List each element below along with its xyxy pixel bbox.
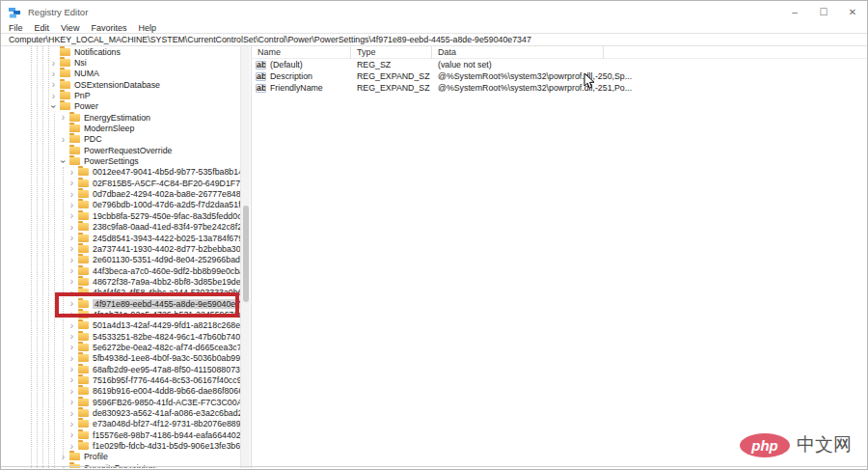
tree-item-label[interactable]: PnP [74,91,91,100]
registry-path[interactable]: Computer\HKEY_LOCAL_MACHINE\SYSTEM\Curre… [9,35,531,44]
value-name[interactable]: Description [270,71,312,81]
value-name[interactable]: (Default) [270,60,303,69]
tree-item-label[interactable]: 5e6272be-0ea2-482c-af74-d665cea3c71b [93,343,240,352]
tree-item-label[interactable]: OSExtensionDatabase [74,80,160,90]
tree-item[interactable]: ›9596FB26-9850-41fd-AC3E-F7C3C00AFD48 [1,397,240,407]
expand-chevron-icon[interactable]: › [49,59,58,68]
tree-item[interactable]: ›e73a048d-bf27-4f12-9731-8b2076e8891f [1,419,240,429]
tree-item-label[interactable]: 02F815B5-A5CF-4C84-BF20-649D1F75D3D8 [93,179,240,188]
tree-item[interactable]: ›7516b95f-f776-4464-8c53-06167f40cc99 [1,374,240,385]
tree-item-label[interactable]: 0e796bdb-100d-47d6-a2d5-f7d2daa51f51 [93,200,240,209]
expand-chevron-icon[interactable]: › [49,69,58,78]
tree-item-label[interactable]: Profile [84,452,108,461]
expand-chevron-icon[interactable]: › [68,442,76,451]
tree-item-label[interactable]: NUMA [74,69,99,78]
tree-item[interactable]: ›de830923-a562-41af-a086-e3a2c6bad2da [1,407,240,418]
tree-item[interactable]: ›PowerSettings [1,155,240,166]
tree-item[interactable]: ›0012ee47-9041-4b5d-9b77-535fba8b1442 [1,167,240,178]
expand-chevron-icon[interactable]: › [68,430,76,439]
tree-item[interactable]: ›4faab71a-92e5-4726-b531-224559672d19 [1,309,240,319]
tree-item[interactable]: ›EnergyEstimation [1,112,240,123]
tree-item-label[interactable]: 2a737441-1930-4402-8d77-b2bebba308a3 [93,244,240,254]
expand-chevron-icon[interactable]: › [68,398,76,406]
tree-item-label[interactable]: EnergyEstimation [84,113,150,123]
expand-chevron-icon[interactable]: › [68,365,76,373]
expand-chevron-icon[interactable]: › [68,201,76,209]
tree-item[interactable]: ›68afb2d9-ee95-47a8-8f50-4115088073b1 [1,364,240,374]
tree-item[interactable]: ›19cbb8fa-5279-450e-9fac-8a3d5fedd0c1 [1,210,240,221]
tree-item-label[interactable]: Notifications [74,47,121,57]
expand-chevron-icon[interactable]: › [68,299,76,308]
tree-item[interactable]: ›02F815B5-A5CF-4C84-BF20-649D1F75D3D8 [1,178,240,188]
tree-item-label[interactable]: PowerRequestOverride [84,146,172,155]
tree-item[interactable]: ›f1e029fb-fdcb-4d31-b5d9-906e13fe3b67 [1,440,240,451]
tree-item[interactable]: ›501a4d13-42af-4429-9fd1-a8218c268e20 [1,320,240,331]
tree-item[interactable]: ›Nsi [1,57,240,68]
expand-chevron-icon[interactable]: › [68,190,76,199]
expand-chevron-icon[interactable]: › [49,80,58,89]
menu-item-edit[interactable]: Edit [35,23,50,33]
tree-item[interactable]: ›238c9fa8-0aad-41ed-83f4-97be242c8f20 [1,222,240,233]
column-header-data[interactable]: Data [432,46,604,59]
column-header-type[interactable]: Type [351,46,432,59]
expand-chevron-icon[interactable]: › [68,321,76,330]
tree-item-label[interactable]: 9596FB26-9850-41fd-AC3E-F7C3C00AFD48 [93,398,240,407]
tree-item[interactable]: ›48672f38-7a9a-4bb2-8bf8-3d85be19de4e [1,276,240,287]
tree-item[interactable]: ›2e601130-5351-4d9d-8e04-252966bad054 [1,255,240,265]
tree-item-label[interactable]: 54533251-82be-4824-96c1-47b60b740d00 [93,332,240,342]
value-row[interactable]: abFriendlyNameREG_EXPAND_SZ@%SystemRoot%… [252,82,868,94]
tree-item[interactable]: ›4b4f4f62-4f58-4bbc-a244-5303333a0b66 [1,288,240,298]
expand-chevron-icon[interactable]: › [68,343,76,351]
tree-item[interactable]: Notifications [1,46,240,57]
expand-chevron-icon[interactable]: › [68,420,76,429]
tree-item-label[interactable]: 4faab71a-92e5-4726-b531-224559672d19 [93,310,240,319]
expand-chevron-icon[interactable]: › [68,256,76,264]
tree-item-label[interactable]: 68afb2d9-ee95-47a8-8f50-4115088073b1 [93,365,240,374]
value-row[interactable]: abDescriptionREG_EXPAND_SZ@%SystemRoot%\… [252,70,868,82]
tree-item-label[interactable]: 44f3beca-a7c0-460e-9df2-bb8b99e0cba6 [93,266,240,276]
expand-chevron-icon[interactable]: › [68,277,76,286]
expand-chevron-icon[interactable]: › [68,375,76,384]
tree-item-label[interactable]: PDC [84,134,102,144]
tree-item[interactable]: ›PDC [1,134,240,145]
expand-chevron-icon[interactable]: › [68,409,76,418]
expand-chevron-icon[interactable]: › [68,387,76,396]
tree-item-label[interactable]: 7516b95f-f776-4464-8c53-06167f40cc99 [93,375,240,385]
expand-chevron-icon[interactable]: › [59,113,68,122]
tree-item-label[interactable]: f15576e8-98b7-4186-b944-eafa664402d9 [93,430,240,440]
minimize-button[interactable]: – [780,1,809,22]
tree-item-label[interactable]: Power [74,101,98,111]
expand-chevron-icon[interactable]: › [68,179,76,187]
tree-item-label[interactable]: 238c9fa8-0aad-41ed-83f4-97be242c8f20 [93,222,240,232]
expand-chevron-icon[interactable]: › [68,354,76,363]
expand-chevron-icon[interactable]: › [49,92,58,100]
menu-item-help[interactable]: Help [138,23,156,33]
value-row[interactable]: ab(Default)REG_SZ(value not set) [252,59,868,70]
expand-chevron-icon[interactable]: › [59,453,68,461]
tree-item[interactable]: ›0d7dbae2-4294-402a-ba8e-26777e8488cd [1,188,240,199]
column-header-name[interactable]: Name [252,46,351,59]
tree-item[interactable]: ›OSExtensionDatabase [1,79,240,90]
tree-item-label[interactable]: Nsi [74,58,87,68]
tree-item[interactable]: ›5fb4938d-1ee8-4b0f-9a3c-5036b0ab995c [1,353,240,364]
expand-chevron-icon[interactable]: › [68,234,76,242]
expand-chevron-icon[interactable]: › [68,168,76,177]
tree-item-label[interactable]: 0d7dbae2-4294-402a-ba8e-26777e8488cd [93,189,240,199]
tree-item[interactable]: ›NUMA [1,69,240,79]
tree-item[interactable]: ›8619b916-e004-4dd8-9b66-dae86f806698 [1,386,240,397]
tree-item[interactable]: ›4f971e89-eebd-4455-a8de-9e59040e7347 [1,298,240,309]
expand-chevron-icon[interactable]: › [68,310,76,318]
tree-item[interactable]: ›Power [1,101,240,112]
tree-item[interactable]: ›f15576e8-98b7-4186-b944-eafa664402d9 [1,429,240,440]
tree-scrollbar-thumb[interactable] [243,206,249,302]
tree-item-label[interactable]: 8619b916-e004-4dd8-9b66-dae86f806698 [93,386,240,396]
menu-item-favorites[interactable]: Favorites [91,23,126,33]
tree-item[interactable]: PowerRequestOverride [1,145,240,155]
tree-item[interactable]: ›2a737441-1930-4402-8d77-b2bebba308a3 [1,243,240,254]
tree-item[interactable]: ›5e6272be-0ea2-482c-af74-d665cea3c71b [1,342,240,352]
tree-item-label[interactable]: PowerSettings [84,156,139,166]
tree-item-label[interactable]: 501a4d13-42af-4429-9fd1-a8218c268e20 [93,320,240,330]
tree-item[interactable]: ›Profile [1,452,240,462]
expand-chevron-icon[interactable]: › [68,289,76,297]
tree-item[interactable]: ›PnP [1,90,240,100]
